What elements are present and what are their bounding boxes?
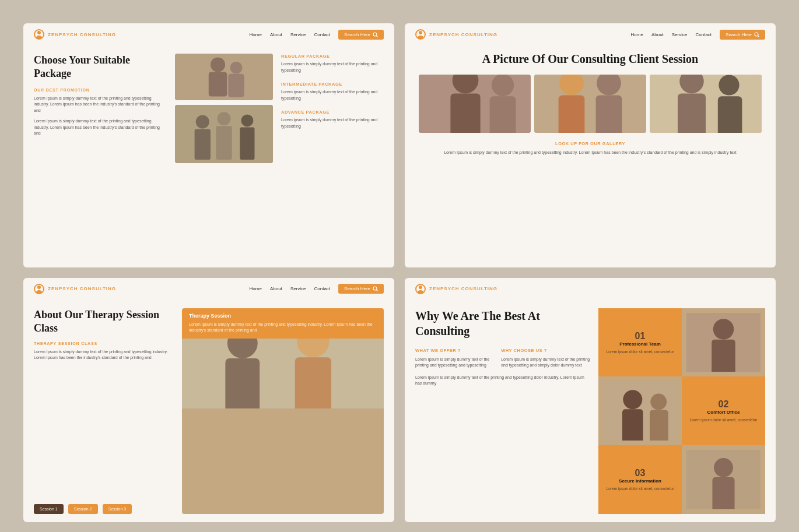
gallery-img-1 bbox=[419, 75, 531, 133]
nav-links-slide1: Home About Service Contact Search Here bbox=[250, 30, 384, 40]
svg-point-10 bbox=[196, 115, 209, 128]
slide1-images bbox=[175, 54, 273, 259]
session-buttons: Session 1 Session 2 Session 3 bbox=[34, 504, 174, 514]
slide4-left: Why We Are The Best At Consulting WHAT W… bbox=[415, 308, 590, 514]
svg-rect-44 bbox=[182, 339, 384, 408]
svg-point-12 bbox=[217, 112, 230, 125]
logo-text-3: ZENPSYCH CONSULTING bbox=[48, 286, 116, 291]
logo-icon-2 bbox=[415, 29, 426, 40]
nav-slide3: ZENPSYCH CONSULTING Home About Service C… bbox=[23, 278, 394, 300]
svg-line-3 bbox=[377, 36, 378, 37]
svg-point-36 bbox=[36, 290, 42, 293]
session-btn-3[interactable]: Session 3 bbox=[103, 504, 132, 514]
logo-icon-4 bbox=[415, 284, 426, 294]
therapy-label: THERAPY SESSION CLASS bbox=[34, 341, 174, 346]
logo-icon-3 bbox=[34, 284, 44, 294]
slide2-title: A Picture Of Our Consulting Client Sessi… bbox=[419, 51, 762, 66]
therapy-card-text: Lorem Ipsum is simply dummy text of the … bbox=[189, 322, 377, 334]
slide-package: ZENPSYCH CONSULTING Home About Service C… bbox=[23, 23, 394, 267]
svg-point-33 bbox=[719, 75, 739, 95]
session-btn-2[interactable]: Session 2 bbox=[68, 504, 98, 514]
col1-header: WHAT WE OFFER ? bbox=[415, 348, 492, 353]
search-button-2[interactable]: Search Here bbox=[720, 30, 765, 40]
svg-point-2 bbox=[373, 33, 377, 36]
nav-about-3[interactable]: About bbox=[270, 286, 282, 291]
logo-icon bbox=[34, 29, 44, 40]
slide3-left: About Our Therapy Session Class THERAPY … bbox=[34, 308, 174, 514]
logo-text-2: ZENPSYCH CONSULTING bbox=[429, 32, 497, 37]
feature-3: 03 Secure Information Lorem ipsum dolor … bbox=[598, 445, 682, 514]
svg-rect-22 bbox=[450, 93, 480, 133]
therapy-card: Therapy Session Lorem Ipsum is simply du… bbox=[182, 308, 384, 339]
session-btn-1[interactable]: Session 1 bbox=[34, 504, 64, 514]
svg-line-19 bbox=[758, 36, 759, 37]
svg-rect-8 bbox=[228, 74, 244, 97]
nav-home-3[interactable]: Home bbox=[250, 286, 262, 291]
nav-slide1: ZENPSYCH CONSULTING Home About Service C… bbox=[23, 23, 394, 45]
slide2-body: A Picture Of Our Consulting Client Sessi… bbox=[405, 45, 776, 267]
nav-service-1[interactable]: Service bbox=[290, 32, 306, 37]
slide1-body: Choose Your Suitable Package OUR BEST PR… bbox=[23, 45, 394, 267]
nav-home-2[interactable]: Home bbox=[631, 32, 643, 37]
search-button-3[interactable]: Search Here bbox=[338, 284, 384, 294]
slide1-title: Choose Your Suitable Package bbox=[34, 54, 167, 81]
col2-header: WHY CHOOSE US ? bbox=[501, 348, 590, 353]
svg-point-7 bbox=[230, 62, 243, 74]
slide1-packages: REGULAR PACKAGE Lorem ipsum is simply du… bbox=[281, 54, 384, 259]
svg-rect-34 bbox=[718, 96, 742, 133]
nav-about-2[interactable]: About bbox=[651, 32, 664, 37]
nav-links-slide3: Home About Service Contact Search Here bbox=[250, 284, 384, 294]
svg-point-14 bbox=[241, 114, 253, 126]
svg-rect-15 bbox=[240, 127, 254, 160]
therapy-img bbox=[182, 339, 384, 514]
nav-service-3[interactable]: Service bbox=[290, 286, 306, 291]
svg-point-0 bbox=[37, 31, 41, 34]
package-intermediate: INTERMEDIATE PACKAGE Lorem ipsum is simp… bbox=[281, 82, 384, 101]
svg-point-1 bbox=[36, 36, 42, 38]
svg-rect-54 bbox=[650, 410, 668, 441]
svg-point-16 bbox=[419, 31, 422, 34]
nav-contact-3[interactable]: Contact bbox=[314, 286, 331, 291]
therapy-card-title: Therapy Session bbox=[189, 313, 377, 319]
package-advance: ADVANCE PACKAGE Lorem ipsum is simply du… bbox=[281, 110, 384, 129]
img-session-top bbox=[175, 54, 273, 100]
promo-text1: Lorem Ipsum is simply dummy text of the … bbox=[34, 96, 167, 114]
svg-rect-24 bbox=[490, 96, 516, 133]
nav-service-2[interactable]: Service bbox=[672, 32, 688, 37]
logo-slide2: ZENPSYCH CONSULTING bbox=[415, 29, 497, 40]
svg-point-17 bbox=[418, 36, 423, 38]
nav-contact-2[interactable]: Contact bbox=[696, 32, 712, 37]
promo-label: OUR BEST PROMOTION bbox=[34, 88, 167, 92]
slide3-title: About Our Therapy Session Class bbox=[34, 308, 174, 336]
svg-rect-13 bbox=[216, 126, 232, 160]
svg-rect-11 bbox=[195, 129, 211, 160]
nav-contact-1[interactable]: Contact bbox=[314, 32, 331, 37]
slide4-title: Why We Are The Best At Consulting bbox=[415, 308, 590, 339]
svg-rect-49 bbox=[712, 339, 735, 372]
slide1-left: Choose Your Suitable Package OUR BEST PR… bbox=[34, 54, 167, 259]
svg-line-38 bbox=[377, 290, 378, 291]
search-button-1[interactable]: Search Here bbox=[338, 30, 384, 40]
svg-point-45 bbox=[419, 286, 422, 289]
svg-point-5 bbox=[211, 57, 225, 72]
nav-home-1[interactable]: Home bbox=[250, 32, 262, 37]
feature-1: 01 Professional Team Lorem ipsum dolor s… bbox=[598, 308, 682, 377]
svg-rect-27 bbox=[559, 96, 585, 133]
feature-2: 02 Comfort Office Lorem ipsum dolor sit … bbox=[682, 376, 765, 445]
logo-slide4: ZENPSYCH CONSULTING bbox=[415, 284, 497, 294]
promo-text2: Lorem Ipsum is simply dummy text of the … bbox=[34, 118, 167, 137]
gallery-label: LOOK UP FOR OUR GALLERY bbox=[419, 141, 762, 146]
feature-img-2 bbox=[598, 376, 682, 445]
logo-slide3: ZENPSYCH CONSULTING bbox=[34, 284, 116, 294]
svg-point-53 bbox=[650, 394, 667, 410]
slide3-right: Therapy Session Lorem Ipsum is simply du… bbox=[182, 308, 384, 514]
col-offer: WHAT WE OFFER ? Lorem Ipsum is simply du… bbox=[415, 348, 492, 369]
svg-point-46 bbox=[418, 290, 423, 293]
slide-best: ZENPSYCH CONSULTING Why We Are The Best … bbox=[405, 278, 776, 522]
gallery-desc: Lorem Ipsum is simply dummy text of the … bbox=[419, 150, 762, 156]
feature-img-1 bbox=[682, 308, 765, 377]
nav-about-1[interactable]: About bbox=[270, 32, 282, 37]
nav-slide4: ZENPSYCH CONSULTING bbox=[405, 278, 776, 300]
package-regular: REGULAR PACKAGE Lorem ipsum is simply du… bbox=[281, 54, 384, 73]
therapy-text: Lorem Ipsum is simply dummy text of the … bbox=[34, 349, 174, 361]
